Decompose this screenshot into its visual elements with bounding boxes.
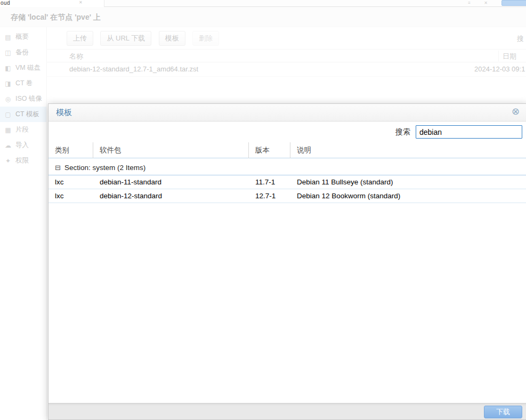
top-strip-divider	[104, 6, 526, 7]
search-input[interactable]	[416, 125, 522, 139]
column-header-version[interactable]: 版本	[249, 142, 290, 158]
cell-version: 11.7-1	[249, 178, 290, 186]
tab-close-icon[interactable]: ✕	[79, 0, 83, 5]
screen: 存储 'local' 在节点 'pve' 上 ▤ 概要 ◫ 备份 ◧ VM 磁盘…	[0, 0, 526, 420]
group-label: Section: system (2 Items)	[64, 164, 145, 172]
column-header-package[interactable]: 软件包	[93, 142, 249, 158]
modal-title: 模板	[56, 108, 72, 118]
modal-close-icon[interactable]: ⊗	[512, 107, 520, 116]
search-label: 搜索	[395, 127, 410, 137]
cell-type: lxc	[48, 192, 93, 200]
corner-action-button[interactable]	[501, 0, 526, 6]
cell-package: debian-11-standard	[93, 178, 249, 186]
table-row[interactable]: lxc debian-12-standard 12.7-1 Debian 12 …	[48, 189, 526, 203]
modal-search-row: 搜索	[48, 122, 526, 142]
browser-tab-title: oud	[1, 0, 10, 6]
download-button[interactable]: 下载	[484, 406, 522, 418]
browser-tab[interactable]: oud ✕	[0, 0, 104, 7]
table-row[interactable]: lxc debian-11-standard 11.7-1 Debian 11 …	[48, 175, 526, 189]
menu-icon[interactable]: ≡	[468, 1, 471, 5]
column-header-description[interactable]: 说明	[290, 142, 526, 158]
cell-type: lxc	[48, 178, 93, 186]
cell-package: debian-12-standard	[93, 192, 249, 200]
close-icon[interactable]: ✕	[484, 1, 488, 5]
modal-table-header: 类别 软件包 版本 说明	[48, 142, 526, 158]
templates-modal: 模板 ⊗ 搜索 类别 软件包 版本 说明 ⊟Section: system (2…	[48, 103, 526, 420]
collapse-icon[interactable]: ⊟	[55, 160, 61, 175]
modal-header: 模板 ⊗	[48, 104, 526, 122]
cell-description: Debian 12 Bookworm (standard)	[290, 192, 526, 200]
cell-version: 12.7-1	[249, 192, 290, 200]
column-header-type[interactable]: 类别	[48, 142, 93, 158]
table-group-header[interactable]: ⊟Section: system (2 Items)	[48, 160, 526, 175]
top-strip: oud ✕ ≡ ✕	[0, 0, 526, 7]
cell-description: Debian 11 Bullseye (standard)	[290, 178, 526, 186]
modal-footer: 下载	[48, 403, 526, 419]
